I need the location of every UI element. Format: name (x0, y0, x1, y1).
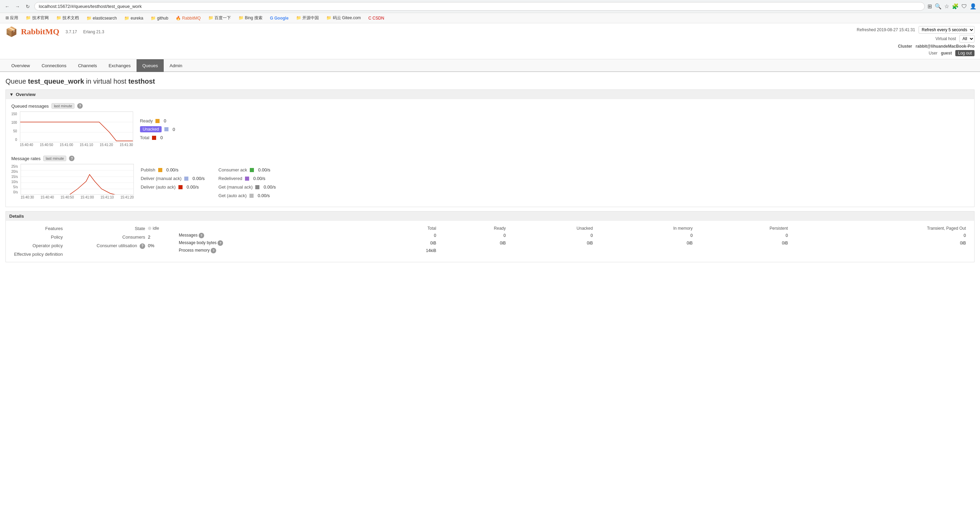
queued-messages-header: Queued messages last minute ? (11, 103, 969, 109)
overview-section-header[interactable]: ▼ Overview (6, 90, 974, 99)
consumer-util-help[interactable]: ? (140, 243, 145, 249)
bytes-persistent: 0iB (695, 239, 791, 247)
col-label (176, 225, 376, 232)
nav-exchanges[interactable]: Exchanges (103, 59, 136, 72)
message-rates-chart-row: 25/s 20/s 15/s 10/s 5/s 0/s (11, 164, 969, 199)
memory-total: 14kiB (376, 247, 439, 254)
page-title: Queue test_queue_work in virtual host te… (5, 78, 975, 86)
timeframe-badge[interactable]: last minute (51, 103, 75, 109)
rates-timeframe-badge[interactable]: last minute (43, 155, 66, 161)
rmq-nav: Overview Connections Channels Exchanges … (0, 59, 980, 72)
legend-deliver-manual: Deliver (manual ack) 0.00/s (141, 176, 205, 181)
queued-messages-help[interactable]: ? (77, 103, 83, 109)
get-manual-color (255, 185, 259, 189)
refresh-select[interactable]: Refresh every 5 seconds Every 10 seconds… (919, 26, 975, 33)
nav-channels[interactable]: Channels (72, 59, 103, 72)
bookmark-icon: ☆ (944, 3, 949, 10)
message-rates-help[interactable]: ? (69, 155, 75, 161)
memory-help[interactable]: ? (211, 248, 216, 253)
legend-unacked: Unacked 0 (140, 126, 175, 132)
queued-messages-svg (20, 111, 133, 142)
bookmark-bing[interactable]: 📁 Bing 搜索 (236, 14, 265, 22)
bookmarks-bar: ⊞ 应用 📁 技术官网 📁 技术文档 📁 elasticsearch 📁 eur… (0, 13, 980, 23)
get-auto-color (250, 194, 254, 198)
bookmark-github[interactable]: 📁 github (148, 15, 171, 21)
bookmark-gitee[interactable]: 📁 码云 Gitee.com (324, 14, 363, 22)
cluster-value: rabbit@lihuandeMacBook-Pro (915, 44, 975, 49)
bookmark-baidu[interactable]: 📁 百度一下 (205, 14, 234, 22)
details-full: Features Policy Operator policy Effectiv… (11, 225, 969, 258)
col-unacked: Unacked (509, 225, 596, 232)
nav-connections[interactable]: Connections (36, 59, 72, 72)
col-transient: Transient, Paged Out (791, 225, 969, 232)
rmq-app: 📦 RabbitMQ 3.7.17 Erlang 21.3 Refreshed … (0, 23, 980, 272)
nav-overview[interactable]: Overview (5, 59, 36, 72)
features-label: Features (11, 225, 63, 232)
publish-color (158, 168, 162, 172)
messages-ready: 0 (439, 232, 509, 239)
shield-icon: 🛡 (961, 3, 967, 10)
bookmark-oschina[interactable]: 📁 开源中国 (293, 14, 321, 22)
col-ready: Ready (439, 225, 509, 232)
bookmark-techsite[interactable]: 📁 技术官网 (23, 14, 51, 22)
policy-label: Policy (11, 233, 63, 241)
bookmark-google[interactable]: G Google (267, 15, 291, 21)
message-rates-header: Message rates last minute ? (11, 155, 969, 161)
details-section-header[interactable]: Details (6, 211, 974, 221)
forward-button[interactable]: → (14, 3, 21, 10)
bytes-ready: 0iB (439, 239, 509, 247)
logo-rabbit-icon: 📦 (5, 26, 18, 37)
bookmark-eureka[interactable]: 📁 eureka (121, 15, 146, 21)
policy-value (65, 233, 87, 241)
messages-help[interactable]: ? (199, 233, 204, 238)
overview-section-body: Queued messages last minute ? 150 100 50… (6, 99, 974, 207)
bookmark-csdn[interactable]: C CSDN (366, 15, 387, 21)
rates-legend: Publish 0.00/s Deliver (manual ack) 0.00… (141, 164, 276, 198)
deliver-auto-color (178, 185, 183, 189)
queue-name: test_queue_work (28, 78, 84, 85)
bookmark-techdoc[interactable]: 📁 技术文档 (54, 14, 82, 22)
nav-queues[interactable]: Queues (137, 59, 164, 72)
user-label: User (929, 51, 937, 56)
back-button[interactable]: ← (3, 3, 11, 10)
unacked-button[interactable]: Unacked (140, 126, 162, 132)
details-section: Details Features Policy Operator policy (5, 211, 975, 262)
memory-persistent (695, 247, 791, 254)
vhost-name: testhost (128, 78, 155, 85)
bookmark-elasticsearch[interactable]: 📁 elasticsearch (84, 15, 119, 21)
state-dot (148, 227, 151, 230)
erlang-label: Erlang 21.3 (83, 30, 104, 34)
queued-messages-chart-row: 150 100 50 0 (11, 111, 969, 147)
messages-persistent: 0 (695, 232, 791, 239)
logout-button[interactable]: Log out (955, 50, 975, 56)
messages-inmemory: 0 (596, 232, 695, 239)
bytes-transient: 0iB (791, 239, 969, 247)
bytes-total: 0iB (376, 239, 439, 247)
address-bar[interactable] (34, 2, 925, 11)
deliver-manual-color (184, 176, 188, 181)
legend-get-auto: Get (auto ack) 0.00/s (219, 193, 276, 198)
vhost-label: Virtual host (935, 36, 956, 41)
bytes-help[interactable]: ? (218, 240, 223, 246)
rmq-content: Queue test_queue_work in virtual host te… (0, 72, 980, 272)
legend-consumer-ack: Consumer ack 0.00/s (219, 167, 276, 173)
legend-deliver-auto: Deliver (auto ack) 0.00/s (141, 184, 205, 190)
total-color (152, 136, 156, 140)
bookmark-rabbitmq[interactable]: 🔥 RabbitMQ (173, 15, 203, 21)
version-label: 3.7.17 (65, 30, 77, 34)
refresh-button[interactable]: ↻ (24, 3, 32, 10)
browser-bar: ← → ↻ ⊞ 🔍 ☆ 🧩 🛡 👤 (0, 0, 980, 13)
queued-messages-chart: 15:40:40 15:40:50 15:41:00 15:41:10 15:4… (20, 111, 133, 147)
nav-admin[interactable]: Admin (164, 59, 188, 72)
browser-icons: ⊞ 🔍 ☆ 🧩 🛡 👤 (928, 3, 977, 10)
bytes-unacked: 0iB (509, 239, 596, 247)
table-row: Process memory ? 14kiB (176, 247, 969, 254)
rmq-header-right: Refreshed 2019-08-27 15:41:31 Refresh ev… (857, 26, 975, 56)
bookmark-apps[interactable]: ⊞ 应用 (3, 14, 21, 22)
memory-inmemory (596, 247, 695, 254)
vhost-select[interactable]: All (959, 35, 975, 43)
legend-redelivered: Redelivered 0.00/s (219, 176, 276, 181)
rates-y-axis: 25/s 20/s 15/s 10/s 5/s 0/s (11, 164, 19, 195)
col-persistent: Persistent (695, 225, 791, 232)
rmq-logo: 📦 RabbitMQ 3.7.17 Erlang 21.3 (5, 26, 104, 37)
